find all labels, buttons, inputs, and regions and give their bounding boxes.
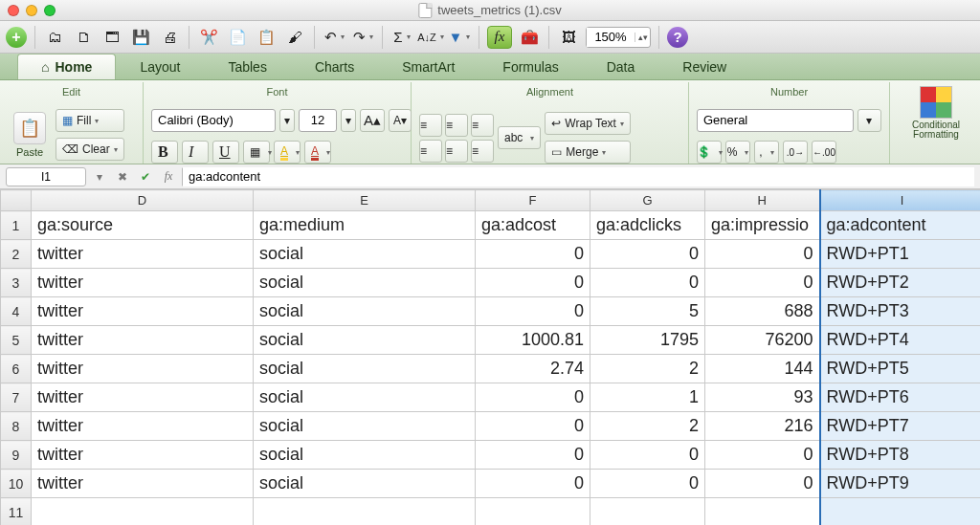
cell[interactable]: 1000.81 [476, 326, 590, 355]
align-left[interactable]: ≡ [419, 140, 442, 163]
shrink-font-button[interactable]: A▾ [389, 109, 412, 132]
cell[interactable]: twitter [32, 269, 254, 297]
filter-button[interactable]: ▼ [448, 26, 471, 49]
row-header[interactable]: 9 [1, 441, 32, 470]
cell[interactable]: social [254, 412, 476, 441]
row-header[interactable]: 4 [1, 297, 32, 326]
cell[interactable]: RWD+PT8 [820, 441, 981, 470]
col-header-h[interactable]: H [705, 190, 820, 211]
row-header[interactable]: 6 [1, 355, 32, 383]
cell[interactable]: social [254, 441, 476, 470]
cell[interactable] [705, 498, 820, 526]
number-format-select[interactable] [697, 109, 854, 132]
cell[interactable]: 0 [476, 240, 590, 269]
cell[interactable]: RWD+PT2 [820, 269, 981, 297]
grow-font-button[interactable]: A▴ [360, 109, 385, 132]
help-icon[interactable]: ? [667, 27, 688, 48]
cell[interactable]: RWD+PT1 [820, 240, 981, 269]
align-center[interactable]: ≡ [445, 140, 468, 163]
cell[interactable]: 688 [705, 297, 820, 326]
cell[interactable]: 2.74 [476, 355, 590, 383]
cell[interactable] [590, 498, 705, 526]
cell[interactable]: 1795 [590, 326, 705, 355]
cell[interactable]: RWD+PT3 [820, 297, 981, 326]
new-file-button[interactable]: + [6, 27, 27, 48]
col-header-i[interactable]: I [820, 190, 981, 211]
cell[interactable]: 216 [705, 412, 820, 441]
paste-clipboard-icon[interactable]: 📋 [255, 26, 278, 49]
cell[interactable]: social [254, 383, 476, 412]
print-icon[interactable]: 🖨 [158, 26, 181, 49]
tab-formulas[interactable]: Formulas [479, 54, 582, 79]
cell[interactable] [476, 498, 590, 526]
merge-button[interactable]: ▭Merge▾ [545, 141, 631, 164]
bold-button[interactable]: B [151, 141, 178, 164]
zoom-stepper[interactable]: ▴▾ [635, 33, 650, 42]
tab-smartart[interactable]: SmartArt [378, 54, 479, 79]
row-header[interactable]: 10 [1, 470, 32, 498]
cell[interactable]: ga:adcontent [820, 211, 981, 240]
grid[interactable]: D E F G H I 1ga:sourcega:mediumga:adcost… [0, 189, 980, 525]
cell[interactable]: 0 [590, 441, 705, 470]
cell[interactable]: 1 [590, 383, 705, 412]
cell[interactable]: RWD+PT4 [820, 326, 981, 355]
cell[interactable]: 0 [590, 470, 705, 498]
tab-tables[interactable]: Tables [204, 54, 290, 79]
font-color-button[interactable]: A [304, 141, 331, 164]
clear-button[interactable]: ⌫Clear▾ [56, 138, 124, 161]
select-all-corner[interactable] [1, 190, 32, 211]
paste-button[interactable]: 📋 Paste [8, 106, 52, 164]
increase-decimal-button[interactable]: ←.00 [812, 141, 836, 164]
row-header[interactable]: 11 [1, 498, 32, 526]
undo-button[interactable]: ↶ [323, 26, 345, 49]
cell[interactable]: 0 [476, 383, 590, 412]
cell[interactable]: 144 [705, 355, 820, 383]
close-window-button[interactable] [8, 5, 19, 16]
open-template-icon[interactable]: 🗂 [43, 26, 66, 49]
row-header[interactable]: 5 [1, 326, 32, 355]
percent-button[interactable]: % [725, 141, 750, 164]
cell[interactable]: 0 [476, 412, 590, 441]
cell[interactable]: social [254, 326, 476, 355]
cell[interactable]: 0 [476, 297, 590, 326]
row-header[interactable]: 2 [1, 240, 32, 269]
align-right[interactable]: ≡ [471, 140, 494, 163]
fill-button[interactable]: ▦Fill▾ [56, 109, 124, 132]
fill-color-button[interactable]: A [274, 141, 301, 164]
cell[interactable]: social [254, 355, 476, 383]
open-recent-icon[interactable]: 🗔 [100, 26, 123, 49]
name-box[interactable] [6, 167, 86, 186]
align-top-center[interactable]: ≡ [445, 114, 468, 137]
cell[interactable]: RWD+PT9 [820, 470, 981, 498]
media-browser-icon[interactable]: 🖼 [557, 26, 580, 49]
save-icon[interactable]: 💾 [129, 26, 152, 49]
comma-button[interactable]: , [754, 141, 779, 164]
col-header-e[interactable]: E [254, 190, 476, 211]
cell[interactable]: 93 [705, 383, 820, 412]
font-name-dropdown[interactable]: ▾ [279, 109, 295, 132]
zoom-input[interactable] [587, 28, 635, 47]
number-format-dropdown[interactable]: ▾ [858, 109, 881, 132]
cell[interactable]: RWD+PT6 [820, 383, 981, 412]
cell[interactable]: 0 [705, 240, 820, 269]
copy-icon[interactable]: 📄 [226, 26, 249, 49]
cell[interactable]: 5 [590, 297, 705, 326]
cell[interactable]: ga:impressio [705, 211, 820, 240]
cell[interactable]: 2 [590, 412, 705, 441]
zoom-control[interactable]: ▴▾ [586, 27, 651, 48]
tab-charts[interactable]: Charts [291, 54, 378, 79]
cell[interactable]: twitter [32, 383, 254, 412]
cell[interactable]: twitter [32, 326, 254, 355]
decrease-decimal-button[interactable]: .0→ [783, 141, 808, 164]
tab-layout[interactable]: Layout [116, 54, 204, 79]
italic-button[interactable]: I [182, 141, 209, 164]
show-formula-toggle[interactable]: fx [487, 26, 512, 49]
enter-formula-button[interactable]: ✔ [136, 167, 155, 186]
row-header[interactable]: 1 [1, 211, 32, 240]
cell[interactable]: twitter [32, 470, 254, 498]
cell[interactable]: 0 [476, 269, 590, 297]
cell[interactable]: 0 [705, 470, 820, 498]
col-header-f[interactable]: F [476, 190, 590, 211]
cell[interactable] [32, 498, 254, 526]
cell[interactable]: ga:source [32, 211, 254, 240]
